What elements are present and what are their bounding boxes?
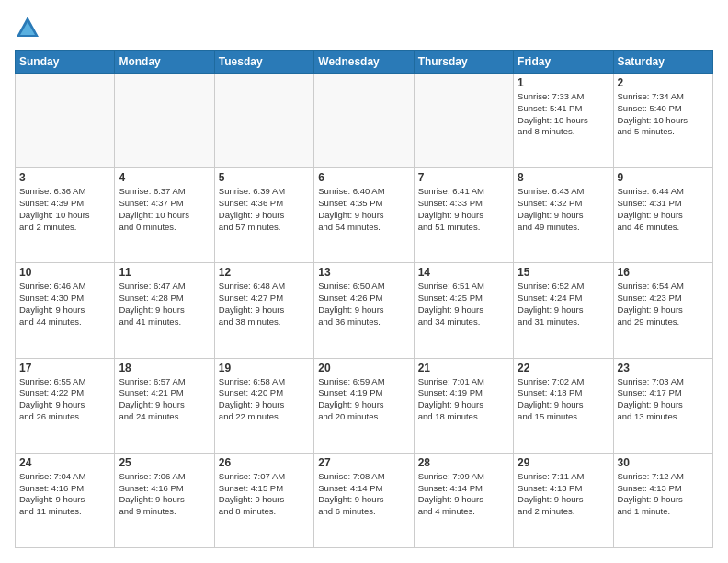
header-day-sunday: Sunday — [16, 51, 115, 74]
day-number: 23 — [618, 362, 709, 374]
day-info: Sunrise: 6:39 AMSunset: 4:36 PMDaylight:… — [219, 186, 310, 233]
calendar-cell: 27Sunrise: 7:08 AMSunset: 4:14 PMDayligh… — [314, 453, 414, 547]
day-info: Sunrise: 6:48 AMSunset: 4:27 PMDaylight:… — [219, 281, 310, 327]
day-info: Sunrise: 6:59 AMSunset: 4:19 PMDaylight:… — [318, 376, 409, 423]
day-number: 10 — [19, 266, 110, 279]
day-info: Sunrise: 6:40 AMSunset: 4:35 PMDaylight:… — [318, 186, 409, 233]
day-info: Sunrise: 6:58 AMSunset: 4:20 PMDaylight:… — [219, 376, 310, 423]
day-number: 6 — [318, 171, 409, 184]
day-number: 14 — [418, 266, 509, 279]
day-info: Sunrise: 6:43 AMSunset: 4:32 PMDaylight:… — [518, 186, 609, 233]
day-number: 28 — [418, 456, 509, 469]
day-info: Sunrise: 6:37 AMSunset: 4:37 PMDaylight:… — [119, 186, 210, 233]
calendar-cell: 11Sunrise: 6:47 AMSunset: 4:28 PMDayligh… — [115, 263, 214, 358]
day-info: Sunrise: 6:46 AMSunset: 4:30 PMDaylight:… — [19, 281, 110, 327]
day-number: 12 — [219, 266, 310, 279]
header-day-saturday: Saturday — [613, 51, 712, 74]
day-number: 5 — [219, 171, 310, 184]
calendar-cell: 19Sunrise: 6:58 AMSunset: 4:20 PMDayligh… — [214, 358, 313, 453]
header-day-wednesday: Wednesday — [314, 51, 414, 74]
day-number: 9 — [618, 171, 709, 184]
calendar-cell: 30Sunrise: 7:12 AMSunset: 4:13 PMDayligh… — [613, 453, 712, 547]
day-number: 7 — [418, 171, 509, 184]
week-row-0: 1Sunrise: 7:33 AMSunset: 5:41 PMDaylight… — [16, 74, 713, 168]
calendar-cell: 5Sunrise: 6:39 AMSunset: 4:36 PMDaylight… — [214, 168, 313, 263]
header-day-tuesday: Tuesday — [214, 51, 313, 74]
calendar-cell: 18Sunrise: 6:57 AMSunset: 4:21 PMDayligh… — [115, 358, 214, 453]
day-info: Sunrise: 6:57 AMSunset: 4:21 PMDaylight:… — [119, 376, 210, 423]
day-info: Sunrise: 7:12 AMSunset: 4:13 PMDaylight:… — [618, 471, 709, 518]
calendar-cell: 10Sunrise: 6:46 AMSunset: 4:30 PMDayligh… — [16, 263, 115, 358]
header-day-thursday: Thursday — [414, 51, 513, 74]
day-number: 17 — [19, 362, 110, 374]
day-info: Sunrise: 6:41 AMSunset: 4:33 PMDaylight:… — [418, 186, 509, 233]
day-number: 8 — [518, 171, 609, 184]
calendar-cell: 25Sunrise: 7:06 AMSunset: 4:16 PMDayligh… — [115, 453, 214, 547]
calendar-cell — [16, 74, 115, 168]
calendar-cell: 15Sunrise: 6:52 AMSunset: 4:24 PMDayligh… — [514, 263, 613, 358]
calendar-cell: 29Sunrise: 7:11 AMSunset: 4:13 PMDayligh… — [514, 453, 613, 547]
week-row-2: 10Sunrise: 6:46 AMSunset: 4:30 PMDayligh… — [16, 263, 713, 358]
day-number: 20 — [318, 362, 409, 374]
header-row: SundayMondayTuesdayWednesdayThursdayFrid… — [16, 51, 713, 74]
day-number: 29 — [518, 456, 609, 469]
day-number: 24 — [19, 456, 110, 469]
day-number: 22 — [518, 362, 609, 374]
week-row-1: 3Sunrise: 6:36 AMSunset: 4:39 PMDaylight… — [16, 168, 713, 263]
day-info: Sunrise: 7:33 AMSunset: 5:41 PMDaylight:… — [518, 91, 609, 138]
day-number: 18 — [119, 362, 210, 374]
calendar-cell — [214, 74, 313, 168]
calendar-cell: 16Sunrise: 6:54 AMSunset: 4:23 PMDayligh… — [613, 263, 712, 358]
calendar-cell: 1Sunrise: 7:33 AMSunset: 5:41 PMDaylight… — [514, 74, 613, 168]
day-info: Sunrise: 7:06 AMSunset: 4:16 PMDaylight:… — [119, 471, 210, 518]
calendar-cell: 24Sunrise: 7:04 AMSunset: 4:16 PMDayligh… — [16, 453, 115, 547]
day-info: Sunrise: 6:51 AMSunset: 4:25 PMDaylight:… — [418, 281, 509, 327]
day-number: 21 — [418, 362, 509, 374]
day-info: Sunrise: 7:08 AMSunset: 4:14 PMDaylight:… — [318, 471, 409, 518]
calendar-cell: 7Sunrise: 6:41 AMSunset: 4:33 PMDaylight… — [414, 168, 513, 263]
logo — [15, 15, 44, 40]
day-info: Sunrise: 7:01 AMSunset: 4:19 PMDaylight:… — [418, 376, 509, 423]
day-info: Sunrise: 7:02 AMSunset: 4:18 PMDaylight:… — [518, 376, 609, 423]
day-number: 27 — [318, 456, 409, 469]
header-day-friday: Friday — [514, 51, 613, 74]
calendar-cell: 9Sunrise: 6:44 AMSunset: 4:31 PMDaylight… — [613, 168, 712, 263]
day-info: Sunrise: 7:34 AMSunset: 5:40 PMDaylight:… — [618, 91, 709, 138]
day-number: 1 — [518, 76, 609, 89]
calendar-cell: 2Sunrise: 7:34 AMSunset: 5:40 PMDaylight… — [613, 74, 712, 168]
day-info: Sunrise: 6:52 AMSunset: 4:24 PMDaylight:… — [518, 281, 609, 327]
calendar-cell: 8Sunrise: 6:43 AMSunset: 4:32 PMDaylight… — [514, 168, 613, 263]
calendar-header: SundayMondayTuesdayWednesdayThursdayFrid… — [16, 51, 713, 74]
calendar-cell — [115, 74, 214, 168]
calendar-cell: 26Sunrise: 7:07 AMSunset: 4:15 PMDayligh… — [214, 453, 313, 547]
calendar-cell — [314, 74, 414, 168]
week-row-4: 24Sunrise: 7:04 AMSunset: 4:16 PMDayligh… — [16, 453, 713, 547]
day-number: 30 — [618, 456, 709, 469]
calendar-cell: 13Sunrise: 6:50 AMSunset: 4:26 PMDayligh… — [314, 263, 414, 358]
calendar-cell: 3Sunrise: 6:36 AMSunset: 4:39 PMDaylight… — [16, 168, 115, 263]
day-info: Sunrise: 6:44 AMSunset: 4:31 PMDaylight:… — [618, 186, 709, 233]
day-info: Sunrise: 6:47 AMSunset: 4:28 PMDaylight:… — [119, 281, 210, 327]
day-number: 16 — [618, 266, 709, 279]
day-number: 25 — [119, 456, 210, 469]
day-info: Sunrise: 7:11 AMSunset: 4:13 PMDaylight:… — [518, 471, 609, 518]
calendar-body: 1Sunrise: 7:33 AMSunset: 5:41 PMDaylight… — [16, 74, 713, 548]
calendar-cell: 14Sunrise: 6:51 AMSunset: 4:25 PMDayligh… — [414, 263, 513, 358]
day-info: Sunrise: 6:36 AMSunset: 4:39 PMDaylight:… — [19, 186, 110, 233]
day-info: Sunrise: 7:03 AMSunset: 4:17 PMDaylight:… — [618, 376, 709, 423]
day-info: Sunrise: 6:50 AMSunset: 4:26 PMDaylight:… — [318, 281, 409, 327]
calendar-cell: 4Sunrise: 6:37 AMSunset: 4:37 PMDaylight… — [115, 168, 214, 263]
header — [15, 15, 713, 40]
calendar-cell: 28Sunrise: 7:09 AMSunset: 4:14 PMDayligh… — [414, 453, 513, 547]
week-row-3: 17Sunrise: 6:55 AMSunset: 4:22 PMDayligh… — [16, 358, 713, 453]
page: SundayMondayTuesdayWednesdayThursdayFrid… — [0, 0, 728, 563]
day-number: 13 — [318, 266, 409, 279]
calendar-cell: 6Sunrise: 6:40 AMSunset: 4:35 PMDaylight… — [314, 168, 414, 263]
day-number: 2 — [618, 76, 709, 89]
day-number: 19 — [219, 362, 310, 374]
day-info: Sunrise: 6:55 AMSunset: 4:22 PMDaylight:… — [19, 376, 110, 423]
calendar-cell: 23Sunrise: 7:03 AMSunset: 4:17 PMDayligh… — [613, 358, 712, 453]
day-info: Sunrise: 7:04 AMSunset: 4:16 PMDaylight:… — [19, 471, 110, 518]
day-info: Sunrise: 7:07 AMSunset: 4:15 PMDaylight:… — [219, 471, 310, 518]
day-info: Sunrise: 6:54 AMSunset: 4:23 PMDaylight:… — [618, 281, 709, 327]
